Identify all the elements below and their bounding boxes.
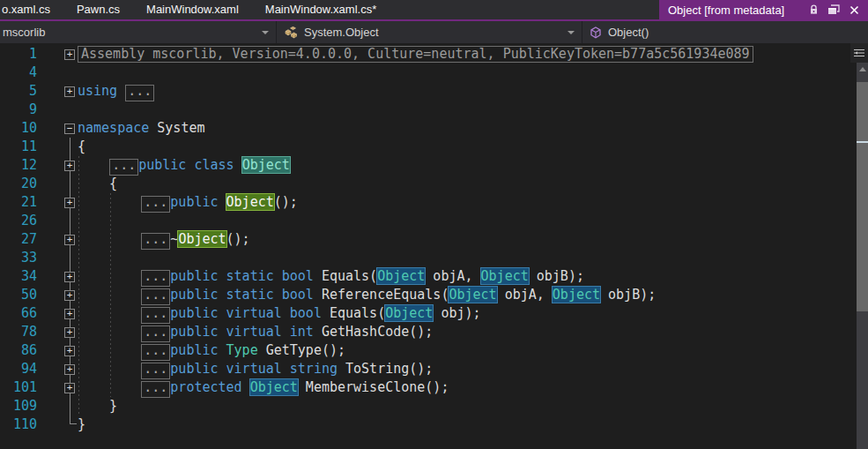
fold-column: + <box>41 360 78 378</box>
fold-column <box>41 249 78 267</box>
fold-column: + <box>41 230 78 249</box>
fold-column: + <box>41 267 78 286</box>
code-text: ...public class Object <box>78 156 290 175</box>
code-text: ...public virtual string ToString(); <box>78 360 433 378</box>
code-line: 21+ ...public Object(); <box>0 193 868 212</box>
scrollbar-options-button[interactable] <box>850 43 868 63</box>
expand-toggle-icon[interactable]: + <box>64 235 75 245</box>
code-text: namespace System <box>78 119 205 138</box>
code-segment: objB); <box>529 268 584 284</box>
code-segment: public static bool <box>170 268 322 284</box>
code-segment: { <box>78 176 117 191</box>
class-icon <box>284 26 298 39</box>
tab-pawn-cs[interactable]: Pawn.cs <box>63 0 133 19</box>
code-segment: Object <box>553 287 600 303</box>
line-number: 21 <box>0 193 41 212</box>
caret-position-marker <box>857 141 868 143</box>
collapsed-region-box[interactable]: ... <box>141 233 170 250</box>
expand-toggle-icon[interactable]: + <box>64 198 75 208</box>
expand-toggle-icon[interactable]: + <box>64 86 75 97</box>
code-line: 50+ ...public static bool ReferenceEqual… <box>0 286 868 304</box>
code-segment: using <box>78 83 117 99</box>
member-dropdown[interactable]: Object() <box>582 21 868 43</box>
assembly-info-box[interactable]: Assembly mscorlib, Version=4.0.0.0, Cult… <box>78 46 753 63</box>
vertical-scrollbar[interactable] <box>857 63 868 449</box>
collapsed-region-box[interactable]: ... <box>109 159 138 176</box>
collapsed-region-box[interactable]: ... <box>141 288 170 305</box>
lock-icon <box>806 4 820 16</box>
collapse-toggle-icon[interactable]: − <box>64 123 75 134</box>
expand-toggle-icon[interactable]: + <box>64 161 75 171</box>
code-segment: (); <box>226 231 250 247</box>
collapsed-region-box[interactable]: ... <box>141 344 170 361</box>
code-line: 27+ ...~Object(); <box>0 230 868 249</box>
code-line: 26 <box>0 212 868 230</box>
code-line: 4 <box>0 64 868 82</box>
code-segment: } <box>78 398 117 414</box>
code-segment: Object <box>377 268 425 284</box>
collapsed-region-box[interactable]: ... <box>141 270 170 287</box>
line-number: 110 <box>0 415 41 434</box>
fold-column <box>41 101 78 119</box>
code-text: ...public static bool Equals(Object objA… <box>78 267 584 286</box>
code-segment: ReferenceEquals( <box>322 287 449 303</box>
close-icon[interactable] <box>847 4 861 16</box>
tab-mainwindow-xaml-cs-[interactable]: MainWindow.xaml.cs* <box>252 0 389 19</box>
code-text: Assembly mscorlib, Version=4.0.0.0, Cult… <box>78 45 753 64</box>
line-number: 101 <box>0 378 41 397</box>
expand-toggle-icon[interactable]: + <box>64 290 75 301</box>
code-segment <box>78 361 141 377</box>
line-number: 66 <box>0 304 41 323</box>
code-segment: GetHashCode(); <box>322 324 433 340</box>
code-line: 110} <box>0 415 868 434</box>
code-line: 86+ ...public Type GetType(); <box>0 341 868 360</box>
code-text: { <box>78 138 85 156</box>
code-line: 5+using ... <box>0 82 868 101</box>
collapsed-region-box[interactable]: ... <box>141 307 170 324</box>
code-segment: Object <box>226 194 274 210</box>
keep-open-icon[interactable] <box>827 4 841 16</box>
preview-tab-object-from-metadata[interactable]: Object [from metadata] <box>659 0 868 19</box>
expand-toggle-icon[interactable]: + <box>64 327 75 338</box>
tab-mainwindow-xaml[interactable]: MainWindow.xaml <box>133 0 252 19</box>
code-line: 1+Assembly mscorlib, Version=4.0.0.0, Cu… <box>0 45 868 64</box>
code-line: 10−namespace System <box>0 119 868 138</box>
collapsed-region-box[interactable]: ... <box>141 196 170 213</box>
type-dropdown[interactable]: System.Object <box>277 21 582 43</box>
code-segment: Object <box>178 231 226 247</box>
expand-toggle-icon[interactable]: + <box>64 383 75 393</box>
line-number: 4 <box>0 64 41 82</box>
collapsed-region-box[interactable]: ... <box>141 326 170 342</box>
code-segment <box>78 342 141 358</box>
expand-toggle-icon[interactable]: + <box>64 346 75 356</box>
fold-column <box>41 64 78 82</box>
scroll-up-arrow[interactable] <box>857 63 868 75</box>
code-segment: Object <box>385 305 433 321</box>
expand-toggle-icon[interactable]: + <box>64 49 75 60</box>
type-dropdown-label: System.Object <box>304 26 379 39</box>
project-dropdown[interactable]: mscorlib <box>0 21 277 43</box>
expand-toggle-icon[interactable]: + <box>64 364 75 375</box>
code-segment: public class <box>138 157 241 173</box>
collapsed-region-box[interactable]: ... <box>125 85 154 101</box>
expand-toggle-icon[interactable]: + <box>64 309 75 319</box>
collapsed-region-box[interactable]: ... <box>141 363 170 379</box>
chevron-down-icon <box>568 31 575 34</box>
line-number: 9 <box>0 101 41 119</box>
tab-o-xaml-cs[interactable]: o.xaml.cs <box>0 0 63 19</box>
collapsed-region-box[interactable]: ... <box>141 381 170 398</box>
fold-column: + <box>41 304 78 323</box>
expand-toggle-icon[interactable]: + <box>64 272 75 282</box>
tab-strip: o.xaml.csPawn.csMainWindow.xamlMainWindo… <box>0 0 389 19</box>
navigation-bar: mscorlib System.Object <box>0 21 868 43</box>
code-segment: Type <box>226 342 258 358</box>
code-text: ...public Type GetType(); <box>78 341 345 360</box>
code-text: ...public virtual bool Equals(Object obj… <box>78 304 481 323</box>
scrollbar-thumb[interactable] <box>857 82 868 311</box>
fold-column <box>41 175 78 193</box>
code-line: 12+ ...public class Object <box>0 156 868 175</box>
chevron-down-icon <box>262 31 269 34</box>
method-icon <box>590 26 602 39</box>
code-segment: GetType(); <box>258 342 345 358</box>
tab-bar: o.xaml.csPawn.csMainWindow.xamlMainWindo… <box>0 0 868 19</box>
